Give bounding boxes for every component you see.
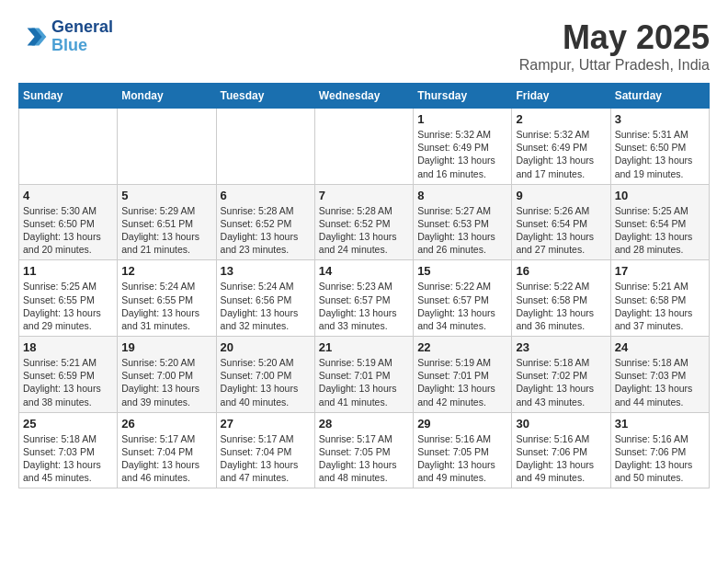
col-header-friday: Friday xyxy=(512,84,610,109)
day-info: Sunrise: 5:21 AMSunset: 6:59 PMDaylight:… xyxy=(23,356,113,408)
day-info: Sunrise: 5:16 AMSunset: 7:06 PMDaylight:… xyxy=(615,432,705,485)
calendar-cell: 10Sunrise: 5:25 AMSunset: 6:54 PMDayligh… xyxy=(610,184,709,260)
day-info: Sunrise: 5:25 AMSunset: 6:55 PMDaylight:… xyxy=(23,280,113,332)
logo: General Blue xyxy=(18,18,113,55)
calendar-cell xyxy=(19,109,118,185)
calendar-week-3: 11Sunrise: 5:25 AMSunset: 6:55 PMDayligh… xyxy=(19,260,710,337)
day-number: 10 xyxy=(615,189,705,202)
calendar-cell: 12Sunrise: 5:24 AMSunset: 6:55 PMDayligh… xyxy=(118,260,216,337)
day-info: Sunrise: 5:17 AMSunset: 7:04 PMDaylight:… xyxy=(121,432,211,485)
calendar-cell xyxy=(314,109,413,185)
calendar-subtitle: Rampur, Uttar Pradesh, India xyxy=(519,57,710,74)
day-info: Sunrise: 5:27 AMSunset: 6:53 PMDaylight:… xyxy=(417,204,507,257)
calendar-cell: 18Sunrise: 5:21 AMSunset: 6:59 PMDayligh… xyxy=(19,337,118,413)
day-number: 31 xyxy=(615,417,705,431)
calendar-cell: 5Sunrise: 5:29 AMSunset: 6:51 PMDaylight… xyxy=(118,184,216,260)
day-number: 16 xyxy=(516,264,606,278)
calendar-cell: 3Sunrise: 5:31 AMSunset: 6:50 PMDaylight… xyxy=(610,109,709,185)
day-number: 21 xyxy=(319,340,409,354)
col-header-monday: Monday xyxy=(118,84,216,109)
day-info: Sunrise: 5:32 AMSunset: 6:49 PMDaylight:… xyxy=(516,128,606,180)
calendar-cell: 17Sunrise: 5:21 AMSunset: 6:58 PMDayligh… xyxy=(610,260,709,337)
day-info: Sunrise: 5:24 AMSunset: 6:55 PMDaylight:… xyxy=(121,280,211,332)
day-info: Sunrise: 5:18 AMSunset: 7:03 PMDaylight:… xyxy=(615,356,705,408)
calendar-cell xyxy=(118,109,216,185)
day-info: Sunrise: 5:19 AMSunset: 7:01 PMDaylight:… xyxy=(417,356,507,408)
day-number: 12 xyxy=(121,264,211,278)
calendar-cell: 15Sunrise: 5:22 AMSunset: 6:57 PMDayligh… xyxy=(414,260,512,337)
day-info: Sunrise: 5:28 AMSunset: 6:52 PMDaylight:… xyxy=(319,204,409,257)
day-number: 1 xyxy=(417,112,507,126)
day-number: 3 xyxy=(615,112,705,126)
calendar-cell: 31Sunrise: 5:16 AMSunset: 7:06 PMDayligh… xyxy=(610,412,709,488)
day-number: 11 xyxy=(23,264,113,278)
day-info: Sunrise: 5:19 AMSunset: 7:01 PMDaylight:… xyxy=(319,356,409,408)
day-info: Sunrise: 5:16 AMSunset: 7:06 PMDaylight:… xyxy=(516,432,606,485)
calendar-cell: 14Sunrise: 5:23 AMSunset: 6:57 PMDayligh… xyxy=(314,260,413,337)
calendar-cell: 29Sunrise: 5:16 AMSunset: 7:05 PMDayligh… xyxy=(414,412,512,488)
calendar-cell: 19Sunrise: 5:20 AMSunset: 7:00 PMDayligh… xyxy=(118,337,216,413)
day-number: 4 xyxy=(23,189,113,202)
calendar-cell: 24Sunrise: 5:18 AMSunset: 7:03 PMDayligh… xyxy=(610,337,709,413)
day-info: Sunrise: 5:28 AMSunset: 6:52 PMDaylight:… xyxy=(221,204,311,257)
day-info: Sunrise: 5:25 AMSunset: 6:54 PMDaylight:… xyxy=(615,204,705,257)
col-header-tuesday: Tuesday xyxy=(216,84,314,109)
day-number: 19 xyxy=(121,340,211,354)
calendar-cell: 9Sunrise: 5:26 AMSunset: 6:54 PMDaylight… xyxy=(512,184,610,260)
day-number: 15 xyxy=(417,264,507,278)
day-info: Sunrise: 5:31 AMSunset: 6:50 PMDaylight:… xyxy=(615,128,705,180)
day-number: 7 xyxy=(319,189,409,202)
day-info: Sunrise: 5:18 AMSunset: 7:02 PMDaylight:… xyxy=(516,356,606,408)
day-number: 6 xyxy=(221,189,311,202)
calendar-cell: 11Sunrise: 5:25 AMSunset: 6:55 PMDayligh… xyxy=(19,260,118,337)
day-number: 14 xyxy=(319,264,409,278)
calendar-cell: 13Sunrise: 5:24 AMSunset: 6:56 PMDayligh… xyxy=(216,260,314,337)
calendar-body: 1Sunrise: 5:32 AMSunset: 6:49 PMDaylight… xyxy=(19,109,710,488)
day-info: Sunrise: 5:24 AMSunset: 6:56 PMDaylight:… xyxy=(221,280,311,332)
day-info: Sunrise: 5:29 AMSunset: 6:51 PMDaylight:… xyxy=(121,204,211,257)
calendar-cell: 2Sunrise: 5:32 AMSunset: 6:49 PMDaylight… xyxy=(512,109,610,185)
day-info: Sunrise: 5:22 AMSunset: 6:57 PMDaylight:… xyxy=(417,280,507,332)
calendar-cell: 7Sunrise: 5:28 AMSunset: 6:52 PMDaylight… xyxy=(314,184,413,260)
day-number: 18 xyxy=(23,340,113,354)
col-header-thursday: Thursday xyxy=(414,84,512,109)
col-header-sunday: Sunday xyxy=(19,84,118,109)
day-info: Sunrise: 5:26 AMSunset: 6:54 PMDaylight:… xyxy=(516,204,606,257)
calendar-cell: 21Sunrise: 5:19 AMSunset: 7:01 PMDayligh… xyxy=(314,337,413,413)
logo-icon xyxy=(18,22,48,52)
calendar-cell: 28Sunrise: 5:17 AMSunset: 7:05 PMDayligh… xyxy=(314,412,413,488)
day-number: 8 xyxy=(417,189,507,202)
day-number: 9 xyxy=(516,189,606,202)
calendar-cell: 6Sunrise: 5:28 AMSunset: 6:52 PMDaylight… xyxy=(216,184,314,260)
day-info: Sunrise: 5:20 AMSunset: 7:00 PMDaylight:… xyxy=(121,356,211,408)
calendar-cell xyxy=(216,109,314,185)
day-number: 5 xyxy=(121,189,211,202)
page-header: General Blue May 2025 Rampur, Uttar Prad… xyxy=(18,18,710,74)
day-number: 23 xyxy=(516,340,606,354)
col-header-wednesday: Wednesday xyxy=(314,84,413,109)
day-number: 20 xyxy=(221,340,311,354)
calendar-cell: 30Sunrise: 5:16 AMSunset: 7:06 PMDayligh… xyxy=(512,412,610,488)
day-number: 29 xyxy=(417,417,507,431)
calendar-cell: 8Sunrise: 5:27 AMSunset: 6:53 PMDaylight… xyxy=(414,184,512,260)
calendar-week-4: 18Sunrise: 5:21 AMSunset: 6:59 PMDayligh… xyxy=(19,337,710,413)
day-number: 13 xyxy=(221,264,311,278)
calendar-table: SundayMondayTuesdayWednesdayThursdayFrid… xyxy=(18,83,710,488)
logo-text: General Blue xyxy=(51,18,113,55)
day-info: Sunrise: 5:17 AMSunset: 7:05 PMDaylight:… xyxy=(319,432,409,485)
day-info: Sunrise: 5:20 AMSunset: 7:00 PMDaylight:… xyxy=(221,356,311,408)
day-number: 17 xyxy=(615,264,705,278)
calendar-cell: 1Sunrise: 5:32 AMSunset: 6:49 PMDaylight… xyxy=(414,109,512,185)
calendar-cell: 20Sunrise: 5:20 AMSunset: 7:00 PMDayligh… xyxy=(216,337,314,413)
day-number: 22 xyxy=(417,340,507,354)
day-number: 27 xyxy=(221,417,311,431)
day-number: 30 xyxy=(516,417,606,431)
calendar-cell: 27Sunrise: 5:17 AMSunset: 7:04 PMDayligh… xyxy=(216,412,314,488)
calendar-cell: 26Sunrise: 5:17 AMSunset: 7:04 PMDayligh… xyxy=(118,412,216,488)
day-info: Sunrise: 5:32 AMSunset: 6:49 PMDaylight:… xyxy=(417,128,507,180)
calendar-header-row: SundayMondayTuesdayWednesdayThursdayFrid… xyxy=(19,84,710,109)
day-info: Sunrise: 5:30 AMSunset: 6:50 PMDaylight:… xyxy=(23,204,113,257)
calendar-week-1: 1Sunrise: 5:32 AMSunset: 6:49 PMDaylight… xyxy=(19,109,710,185)
day-number: 26 xyxy=(121,417,211,431)
day-number: 28 xyxy=(319,417,409,431)
